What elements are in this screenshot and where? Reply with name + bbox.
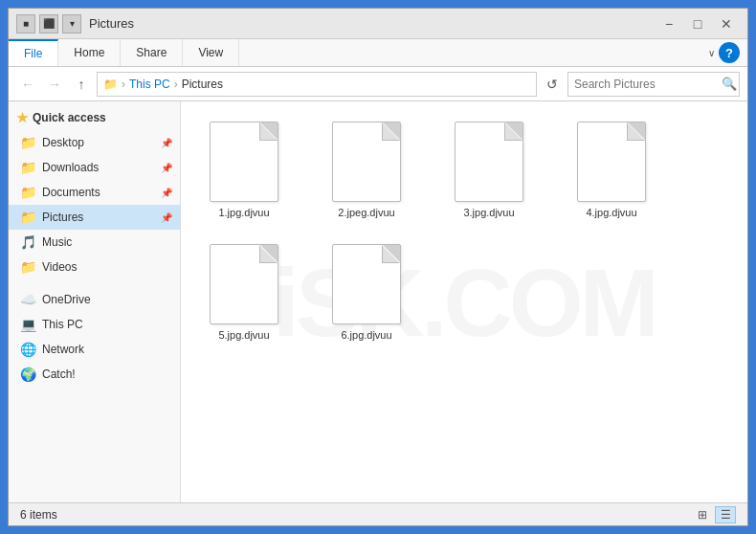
tab-view[interactable]: View (183, 39, 239, 66)
file-icon (577, 122, 646, 202)
sidebar: ★ Quick access 📁 Desktop 📌 📁 Downloads 📌… (9, 101, 181, 502)
file-page (332, 244, 401, 324)
title-bar-controls: − □ ✕ (656, 14, 740, 33)
refresh-button[interactable]: ↺ (541, 73, 564, 96)
file-name: 4.jpg.djvuu (586, 206, 636, 219)
up-button[interactable]: ↑ (70, 73, 93, 96)
tab-share[interactable]: Share (121, 39, 183, 66)
list-item[interactable]: 4.jpg.djvuu (564, 117, 659, 224)
sidebar-item-this-pc[interactable]: 💻 This PC (9, 312, 180, 337)
file-icon (332, 122, 401, 202)
sidebar-music-label: Music (42, 235, 172, 249)
content-area: ★ Quick access 📁 Desktop 📌 📁 Downloads 📌… (9, 101, 747, 502)
explorer-window: ■ ⬛ ▾ Pictures − □ ✕ File Home Share Vie… (8, 8, 748, 526)
maximize-button[interactable]: □ (684, 14, 711, 33)
list-item[interactable]: 5.jpg.djvuu (196, 239, 292, 346)
breadcrumb-pictures: Pictures (182, 78, 223, 91)
list-item[interactable]: 1.jpg.djvuu (196, 117, 292, 224)
list-item[interactable]: 2.jpeg.djvuu (319, 117, 414, 224)
pin-icon: 📌 (161, 188, 172, 198)
search-box[interactable]: 🔍 (567, 72, 740, 97)
title-bar-icons: ■ ⬛ ▾ (16, 14, 81, 33)
file-icon (332, 244, 401, 324)
window-title: Pictures (89, 16, 656, 31)
tb-icon-qat: ▾ (62, 14, 81, 33)
address-bar: ← → ↑ 📁 › This PC › Pictures ↺ 🔍 (9, 67, 747, 101)
file-icon (210, 244, 278, 324)
file-icon (210, 122, 278, 202)
sidebar-documents-label: Documents (42, 186, 155, 199)
catch-icon: 🌍 (20, 367, 36, 382)
sidebar-item-music[interactable]: 🎵 Music (9, 230, 180, 255)
network-icon: 🌐 (20, 342, 36, 357)
file-name: 3.jpg.djvuu (463, 206, 514, 219)
tb-icon-2: ⬛ (39, 14, 58, 33)
sidebar-onedrive-label: OneDrive (42, 293, 172, 306)
file-icon (455, 122, 523, 202)
file-name: 6.jpg.djvuu (341, 328, 391, 342)
ribbon-help: ∨ ? (708, 39, 747, 66)
sidebar-item-onedrive[interactable]: ☁️ OneDrive (9, 287, 180, 312)
ribbon-tabs: File Home Share View ∨ ? (9, 39, 747, 66)
tab-file[interactable]: File (9, 39, 58, 66)
file-name: 2.jpeg.djvuu (338, 206, 394, 219)
back-button[interactable]: ← (16, 73, 39, 96)
files-grid: 1.jpg.djvuu 2.jpeg.djvuu 3.jpg.djvuu 4.j… (196, 117, 732, 347)
sidebar-item-documents[interactable]: 📁 Documents 📌 (9, 180, 180, 205)
cloud-icon: ☁️ (20, 292, 36, 307)
view-list-button[interactable]: ☰ (715, 506, 736, 523)
file-page (210, 122, 278, 202)
search-input[interactable] (574, 78, 718, 91)
file-page (455, 122, 523, 202)
folder-icon: 📁 (20, 185, 36, 200)
file-page (577, 122, 646, 202)
sidebar-item-desktop[interactable]: 📁 Desktop 📌 (9, 130, 180, 155)
minimize-button[interactable]: − (656, 14, 682, 33)
sidebar-catch-label: Catch! (42, 367, 172, 381)
sidebar-pictures-label: Pictures (42, 211, 155, 224)
tb-icon-1: ■ (16, 14, 35, 33)
title-bar: ■ ⬛ ▾ Pictures − □ ✕ (9, 9, 747, 39)
pin-icon: 📌 (161, 163, 172, 173)
music-icon: 🎵 (20, 234, 36, 250)
tab-home[interactable]: Home (58, 39, 121, 66)
sidebar-downloads-label: Downloads (42, 161, 155, 174)
sidebar-item-pictures[interactable]: 📁 Pictures 📌 (9, 205, 180, 230)
breadcrumb-this-pc[interactable]: This PC (129, 78, 170, 91)
star-icon: ★ (16, 110, 29, 125)
file-page (210, 244, 278, 324)
chevron-down-icon: ∨ (708, 48, 715, 58)
view-icons: ⊞ ☰ (692, 506, 736, 523)
file-area: iSK.COM 1.jpg.djvuu 2.jpeg.djvuu 3.jpg.d… (181, 101, 747, 502)
folder-icon: 📁 (20, 160, 36, 175)
quick-access-header: ★ Quick access (9, 105, 180, 130)
forward-button[interactable]: → (43, 73, 66, 96)
quick-access-label: Quick access (33, 111, 106, 124)
file-page (332, 122, 401, 202)
breadcrumb[interactable]: 📁 › This PC › Pictures (97, 72, 537, 97)
pin-icon: 📌 (161, 138, 172, 148)
folder-icon: 📁 (20, 210, 36, 225)
sidebar-network-label: Network (42, 343, 172, 356)
status-bar: 6 items ⊞ ☰ (9, 502, 747, 525)
computer-icon: 💻 (20, 317, 36, 332)
pin-icon: 📌 (161, 212, 172, 223)
view-grid-button[interactable]: ⊞ (692, 506, 713, 523)
folder-icon: 📁 (20, 135, 36, 150)
sidebar-item-downloads[interactable]: 📁 Downloads 📌 (9, 155, 180, 180)
sidebar-this-pc-label: This PC (42, 318, 172, 331)
sidebar-desktop-label: Desktop (42, 136, 155, 149)
file-name: 5.jpg.djvuu (218, 328, 269, 342)
list-item[interactable]: 6.jpg.djvuu (319, 239, 414, 346)
search-icon: 🔍 (722, 77, 737, 91)
close-button[interactable]: ✕ (713, 14, 740, 33)
breadcrumb-folder-icon: 📁 (103, 78, 118, 91)
folder-icon: 📁 (20, 259, 36, 275)
list-item[interactable]: 3.jpg.djvuu (441, 117, 537, 224)
file-name: 1.jpg.djvuu (218, 206, 269, 219)
sidebar-item-catch[interactable]: 🌍 Catch! (9, 362, 180, 387)
sidebar-item-network[interactable]: 🌐 Network (9, 337, 180, 362)
sidebar-item-videos[interactable]: 📁 Videos (9, 255, 180, 279)
sidebar-videos-label: Videos (42, 260, 172, 274)
help-button[interactable]: ? (719, 42, 740, 63)
